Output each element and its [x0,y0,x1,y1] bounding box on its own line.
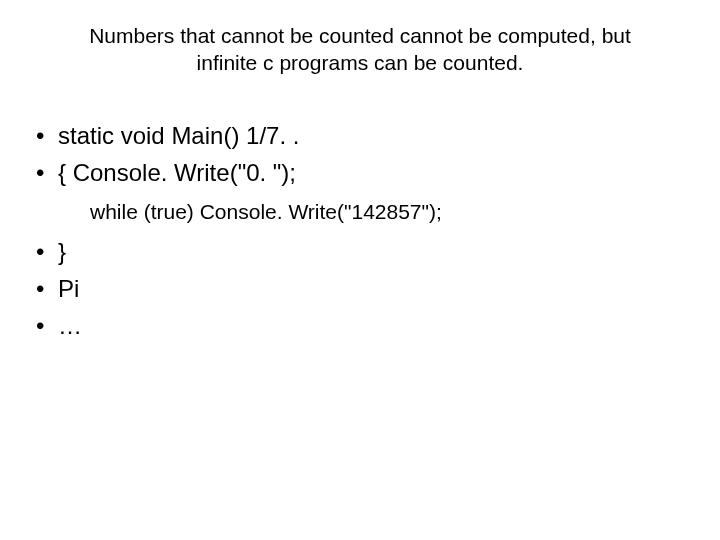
bullet-item: • Pi [30,270,720,307]
bullet-dot-icon: • [30,154,58,191]
bullet-dot-icon: • [30,117,58,154]
bullet-text: … [58,307,720,344]
slide-body: • static void Main() 1/7. . • { Console.… [0,77,720,345]
bullet-text: Pi [58,270,720,307]
bullet-dot-icon: • [30,270,58,307]
sub-bullet-text: while (true) Console. Write("142857"); [30,195,720,229]
slide-title: Numbers that cannot be counted cannot be… [0,0,720,77]
bullet-item: • { Console. Write("0. "); [30,154,720,191]
bullet-dot-icon: • [30,307,58,344]
bullet-item: • static void Main() 1/7. . [30,117,720,154]
title-line-2: infinite c programs can be counted. [197,51,524,74]
bullet-item: • } [30,233,720,270]
bullet-text: static void Main() 1/7. . [58,117,720,154]
slide: Numbers that cannot be counted cannot be… [0,0,720,540]
bullet-dot-icon: • [30,233,58,270]
bullet-text: } [58,233,720,270]
bullet-item: • … [30,307,720,344]
bullet-text: { Console. Write("0. "); [58,154,720,191]
title-line-1: Numbers that cannot be counted cannot be… [89,24,631,47]
